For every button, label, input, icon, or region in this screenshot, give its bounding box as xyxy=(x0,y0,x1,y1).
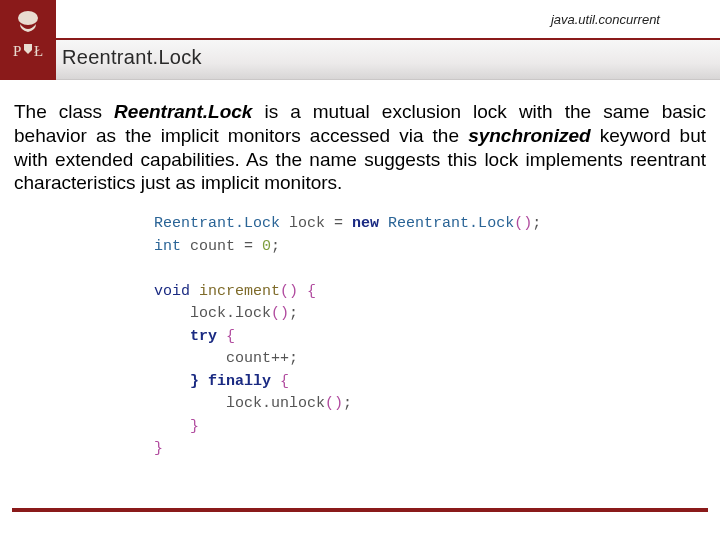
code-line: count++; xyxy=(154,348,706,371)
code-line: } xyxy=(154,416,706,439)
code-line: } xyxy=(154,438,706,461)
description-paragraph: The class Reentrant.Lock is a mutual exc… xyxy=(14,100,706,195)
code-line: Reentrant.Lock lock = new Reentrant.Lock… xyxy=(154,213,706,236)
svg-text:P: P xyxy=(13,43,21,59)
university-logo: P Ł xyxy=(0,0,56,80)
header-top: java.util.concurrent xyxy=(0,0,720,40)
svg-text:Ł: Ł xyxy=(34,43,43,59)
code-line: lock.lock(); xyxy=(154,303,706,326)
code-line: try { xyxy=(154,326,706,349)
keyword-emphasis: synchronized xyxy=(468,125,590,146)
title-bar: Reentrant.Lock xyxy=(0,40,720,80)
code-line: } finally { xyxy=(154,371,706,394)
class-name-emphasis: Reentrant.Lock xyxy=(114,101,252,122)
footer-rule xyxy=(12,508,708,512)
code-example: Reentrant.Lock lock = new Reentrant.Lock… xyxy=(154,213,706,461)
content-area: The class Reentrant.Lock is a mutual exc… xyxy=(0,80,720,471)
slide-title: Reentrant.Lock xyxy=(62,46,202,69)
code-line: void increment() { xyxy=(154,281,706,304)
package-label: java.util.concurrent xyxy=(551,12,660,27)
code-blank-line xyxy=(154,258,706,281)
code-line: int count = 0; xyxy=(154,236,706,259)
text-fragment: The class xyxy=(14,101,114,122)
code-line: lock.unlock(); xyxy=(154,393,706,416)
svg-point-1 xyxy=(18,11,38,25)
